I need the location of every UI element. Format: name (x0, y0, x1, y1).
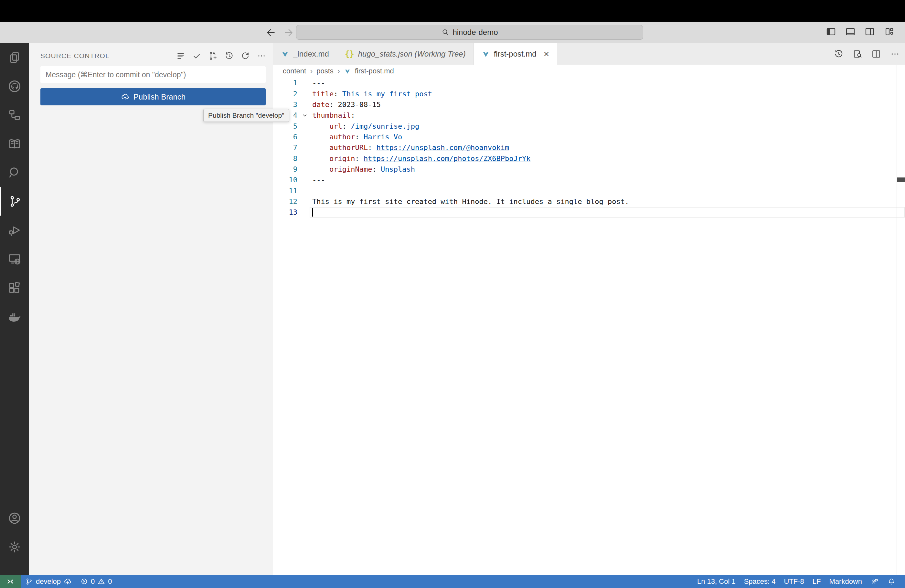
refresh-button[interactable] (240, 51, 250, 61)
toggle-secondary-sidebar-button[interactable] (864, 25, 876, 38)
line-number[interactable]: 9 (273, 165, 297, 173)
code-line[interactable]: 4 thumbnail: (273, 110, 905, 121)
line-number[interactable]: 2 (273, 90, 297, 98)
tab-index-md[interactable]: _index.md (273, 43, 337, 65)
commit-message-input[interactable] (40, 66, 266, 83)
source-control-header: SOURCE CONTROL (40, 49, 266, 63)
line-number[interactable]: 5 (273, 122, 297, 130)
code-editor[interactable]: 1 --- 2 title: This is my first post 3 d… (273, 78, 905, 218)
code-line[interactable]: 11 (273, 185, 905, 196)
git-branch-icon (25, 577, 33, 586)
nav-forward-button[interactable] (282, 26, 295, 39)
sidebar-item-search[interactable] (0, 158, 29, 187)
code-line[interactable]: 6 author: Harris Vo (273, 132, 905, 142)
accounts-button[interactable] (0, 504, 29, 532)
check-icon (192, 51, 202, 61)
code-token-link[interactable]: https://unsplash.com/@hoanvokim (376, 143, 510, 152)
sidebar-item-github[interactable] (0, 72, 29, 100)
close-tab-icon[interactable]: × (544, 49, 549, 59)
list-view-icon (176, 51, 186, 61)
line-number[interactable]: 8 (273, 154, 297, 163)
cloud-upload-icon (121, 92, 130, 102)
nav-back-button[interactable] (264, 26, 277, 39)
sidebar-item-references[interactable] (0, 100, 29, 129)
code-token: : (368, 143, 376, 152)
line-number[interactable]: 6 (273, 133, 297, 141)
tooltip-text: Publish Branch "develop" (208, 111, 284, 119)
breadcrumb-item[interactable]: posts (316, 67, 333, 75)
eol-status[interactable]: LF (808, 575, 825, 588)
publish-branch-label: Publish Branch (133, 92, 186, 102)
line-number[interactable]: 1 (273, 79, 297, 87)
breadcrumb-item[interactable]: content (283, 67, 306, 75)
code-token: : (355, 133, 364, 141)
code-line[interactable]: 9 originName: Unsplash (273, 164, 905, 175)
publish-branch-button[interactable]: Publish Branch (40, 88, 266, 105)
code-token: authorURL (312, 143, 368, 152)
branch-status[interactable]: develop (21, 575, 76, 588)
toggle-primary-sidebar-button[interactable] (825, 25, 837, 38)
eol-label: LF (813, 577, 821, 586)
language-label: Markdown (829, 577, 862, 586)
timeline-history-button[interactable] (833, 48, 844, 59)
markdown-file-icon (481, 50, 490, 58)
commit-button[interactable] (192, 51, 202, 61)
code-line[interactable]: 5 url: /img/sunrise.jpg (273, 121, 905, 131)
breadcrumb-item[interactable]: first-post.md (355, 67, 394, 75)
sidebar-item-docs[interactable] (0, 129, 29, 158)
history-button[interactable] (224, 51, 234, 61)
window-title-search[interactable]: hinode-demo (296, 25, 643, 40)
feedback-button[interactable] (866, 575, 883, 588)
sidebar-item-source-control[interactable] (0, 187, 30, 216)
remote-window-icon (5, 577, 15, 586)
customize-layout-button[interactable] (883, 25, 895, 38)
refresh-icon (240, 51, 250, 61)
sidebar-item-remote-explorer[interactable] (0, 245, 29, 273)
code-token-link[interactable]: https://unsplash.com/photos/ZX6BPboJrYk (364, 154, 531, 163)
code-line[interactable]: 3 date: 2023-08-15 (273, 99, 905, 110)
view-as-list-button[interactable] (176, 51, 186, 61)
toggle-panel-button[interactable] (844, 25, 856, 38)
encoding-status[interactable]: UTF-8 (780, 575, 808, 588)
code-line[interactable]: 7 authorURL: https://unsplash.com/@hoanv… (273, 142, 905, 153)
more-actions-button[interactable] (257, 51, 266, 61)
code-line[interactable]: 1 --- (273, 78, 905, 88)
problems-status[interactable]: 0 0 (76, 575, 116, 588)
more-actions-button[interactable] (889, 48, 900, 59)
markdown-file-icon (344, 68, 351, 75)
fold-toggle[interactable] (297, 111, 312, 119)
line-number[interactable]: 7 (273, 143, 297, 152)
split-editor-button[interactable] (871, 48, 882, 59)
branch-actions-button[interactable] (208, 51, 218, 61)
code-line[interactable]: 12 This is my first site created with Hi… (273, 196, 905, 207)
indentation-status[interactable]: Spaces: 4 (740, 575, 780, 588)
breadcrumb-separator: › (337, 67, 340, 76)
cursor-position-status[interactable]: Ln 13, Col 1 (693, 575, 740, 588)
code-token: Unsplash (381, 165, 415, 173)
overview-ruler[interactable] (897, 65, 897, 575)
line-number[interactable]: 3 (273, 100, 297, 109)
line-number-active[interactable]: 13 (273, 208, 297, 216)
settings-button[interactable] (0, 532, 29, 561)
sidebar-item-extensions[interactable] (0, 273, 29, 302)
sidebar-item-explorer[interactable] (0, 43, 29, 72)
sidebar-item-run-debug[interactable] (0, 216, 29, 245)
code-token: : 2023-08-15 (329, 100, 381, 109)
tab-hugo-stats-json[interactable]: {} hugo_stats.json (Working Tree) (337, 43, 474, 65)
sidebar-item-docker[interactable] (0, 302, 29, 331)
open-preview-button[interactable] (852, 48, 863, 59)
notifications-button[interactable] (883, 575, 900, 588)
tab-first-post-md[interactable]: first-post.md × (474, 43, 557, 65)
remote-indicator[interactable] (0, 575, 21, 588)
line-col-label: Ln 13, Col 1 (697, 577, 736, 586)
github-icon (7, 79, 22, 94)
code-line[interactable]: 8 origin: https://unsplash.com/photos/ZX… (273, 153, 905, 164)
line-number[interactable]: 11 (273, 187, 297, 195)
source-control-panel: SOURCE CONTROL Publish Branch (29, 43, 273, 575)
ellipsis-icon (257, 51, 266, 61)
code-line[interactable]: 2 title: This is my first post (273, 88, 905, 99)
language-mode-status[interactable]: Markdown (825, 575, 866, 588)
code-line[interactable]: 10 --- (273, 175, 905, 185)
line-number[interactable]: 10 (273, 176, 297, 184)
line-number[interactable]: 12 (273, 197, 297, 206)
